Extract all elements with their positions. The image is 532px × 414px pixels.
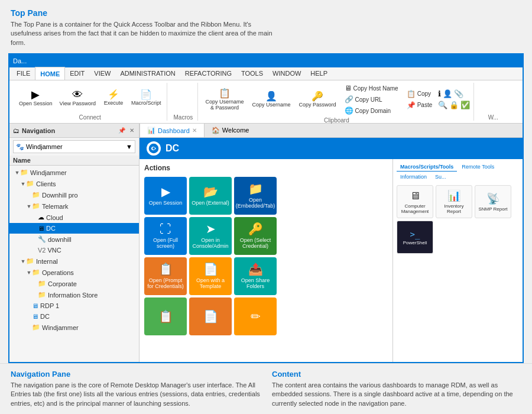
tree-label: DC (40, 313, 50, 320)
action-btn-12[interactable]: ✏ (234, 297, 277, 335)
tab-view[interactable]: VIEW (89, 67, 115, 80)
tab-edit[interactable]: EDIT (65, 67, 89, 80)
snmp-report-tool[interactable]: 📡 SNMP Report (475, 185, 511, 218)
tab-dashboard[interactable]: 📊 Dashboard ✕ (140, 124, 205, 137)
copy-username-password-button[interactable]: 📋 Copy Username& Password (203, 88, 246, 112)
tools-tab-information[interactable]: Information (397, 173, 430, 182)
icon4[interactable]: 🔍 (438, 101, 447, 109)
dashboard-tab-close[interactable]: ✕ (192, 127, 197, 134)
top-pane-description: The Top Pane is a container for the Quic… (11, 20, 283, 47)
tab-home[interactable]: HOME (35, 67, 65, 80)
open-console-action[interactable]: ➤ Open in Console/Admin (189, 217, 232, 255)
tools-tab-su[interactable]: Su... (432, 173, 450, 182)
open-external-action[interactable]: 📂 Open (External) (189, 177, 232, 215)
tab-administration[interactable]: ADMINISTRATION (115, 67, 180, 80)
dashboard-tab-label: Dashboard (158, 127, 190, 134)
expand-icon[interactable]: ▼ (26, 270, 32, 276)
nav-close-button[interactable]: ✕ (128, 127, 135, 134)
tab-refactoring[interactable]: REFACTORING (180, 67, 236, 80)
powershell-tool[interactable]: >_ PowerShell (397, 221, 433, 254)
nav-dropdown[interactable]: 🐾 Windjammer ▼ (13, 140, 135, 153)
icon1[interactable]: ℹ (438, 89, 441, 98)
prompt-action-icon: 📋 (158, 263, 173, 275)
tree-item-telemark[interactable]: ▼ 📁 Telemark (9, 200, 139, 212)
copy-host-name-button[interactable]: 🖥 Copy Host Name (342, 83, 401, 93)
copy-username-button[interactable]: 👤 Copy Username (249, 90, 293, 109)
tree-item-information-store[interactable]: ▶ 📁 Information Store (9, 289, 139, 300)
macro-script-ribbon-button[interactable]: 📄 Macro/Script (129, 89, 164, 107)
tab-file[interactable]: FILE (12, 67, 35, 80)
open-session-action[interactable]: ▶ Open Session (144, 177, 187, 215)
copy-password-button[interactable]: 🔑 Copy Password (297, 90, 339, 109)
tree-item-rdp1[interactable]: ▶ 🖥 RDP 1 (9, 300, 139, 311)
copy-button[interactable]: 📋 Copy (404, 89, 435, 99)
icon2[interactable]: 👤 (443, 89, 452, 98)
tree-item-corporate[interactable]: ▶ 📁 Corporate (9, 278, 139, 289)
tree-item-cloud[interactable]: ▶ ☁ Cloud (9, 212, 139, 223)
nav-header: 🗂 Navigation 📌 ✕ (9, 124, 139, 138)
open-prompt-action[interactable]: 📋 Open (Prompt for Credentials) (144, 257, 187, 295)
tree-item-operations[interactable]: ▼ 📁 Operations (9, 267, 139, 278)
open-select-credential-action[interactable]: 🔑 Open (Select Credential) (234, 217, 277, 255)
tools-tab-remote[interactable]: Remote Tools (458, 163, 498, 172)
inventory-report-tool[interactable]: 📊 Inventory Report (436, 185, 472, 218)
expand-icon[interactable]: ▼ (14, 170, 20, 176)
expand-icon[interactable]: ▼ (20, 181, 26, 187)
tree-label: Clients (36, 180, 56, 187)
tree-item-clients[interactable]: ▼ 📁 Clients (9, 178, 139, 189)
computer-management-tool[interactable]: 🖥 Computer Management (397, 185, 433, 218)
tree-item-windjammer-root[interactable]: ▼ 📁 Windjammer (9, 167, 139, 178)
macro-label: Macro/Script (131, 100, 161, 106)
action-btn-10[interactable]: 📋 (144, 297, 187, 335)
copy-label: Copy (417, 90, 431, 97)
tree-item-dc2[interactable]: ▶ 🖥 DC (9, 311, 139, 322)
tree-label: Cloud (46, 214, 63, 221)
copy-url-button[interactable]: 🔗 Copy URL (342, 94, 401, 105)
tree-label: Telemark (42, 203, 69, 210)
open-template-label: Open with a Template (192, 277, 229, 289)
tab-help[interactable]: HELP (306, 67, 332, 80)
right-icons: ℹ 👤 📎 🔍 🔒 ✅ (438, 89, 470, 109)
action-btn-11[interactable]: 📄 (189, 297, 232, 335)
tree-label: Corporate (48, 280, 77, 287)
view-password-ribbon-button[interactable]: 👁 View Password (57, 88, 98, 108)
tree-item-dc[interactable]: ▶ 🖥 DC (9, 223, 139, 234)
open-prompt-label: Open (Prompt for Credentials) (147, 277, 184, 289)
copy-icon: 📋 (407, 90, 416, 98)
tree-item-downhill-pro[interactable]: ▶ 📁 Downhill pro (9, 189, 139, 200)
open-session-ribbon-button[interactable]: ▶ Open Session (17, 88, 55, 108)
expand-icon[interactable]: ▼ (26, 203, 32, 209)
expand-icon[interactable]: ▼ (20, 258, 26, 264)
open-external-label: Open (External) (192, 200, 229, 206)
paste-label: Paste (417, 102, 433, 108)
open-share-action[interactable]: 📤 Open Share Folders (234, 257, 277, 295)
dc-title: DC (166, 143, 179, 154)
execute-label: Execute (104, 100, 124, 106)
tab-window[interactable]: WINDOW (268, 67, 306, 80)
icon6[interactable]: ✅ (460, 101, 470, 109)
tree-item-vnc[interactable]: ▶ V2 VNC (9, 245, 139, 255)
open-template-action[interactable]: 📄 Open with a Template (189, 257, 232, 295)
copy-domain-button[interactable]: 🌐 Copy Domain (342, 105, 401, 116)
open-embedded-action[interactable]: 📁 Open (Embedded/Tab) (234, 177, 277, 215)
execute-ribbon-button[interactable]: ⚡ Execute (100, 89, 126, 107)
icon3[interactable]: 📎 (454, 89, 463, 98)
expand-icon: ▶ (26, 313, 32, 319)
tree-item-internal[interactable]: ▼ 📁 Internal (9, 255, 139, 267)
tree-label: Windjammer (30, 169, 67, 176)
open-fullscreen-action[interactable]: ⛶ Open (Full screen) (144, 217, 187, 255)
console-action-icon: ➤ (206, 223, 216, 235)
tree-item-downhill[interactable]: ▶ 🔧 downhill (9, 234, 139, 245)
tools-tab-macros[interactable]: Macros/Scripts/Tools (397, 163, 457, 172)
nav-pane-description-col: Navigation Pane The navigation pane is t… (11, 370, 260, 408)
icon5[interactable]: 🔒 (449, 101, 459, 109)
paste-button[interactable]: 📌 Paste (404, 100, 435, 111)
open-console-label: Open in Console/Admin (192, 237, 229, 249)
ribbon-group-connect: ▶ Open Session 👁 View Password ⚡ Execute (13, 83, 167, 121)
paste-icon: 📌 (407, 101, 416, 109)
tab-welcome[interactable]: 🏠 Welcome (205, 124, 257, 137)
nav-pin-button[interactable]: 📌 (117, 127, 126, 134)
tree-item-windjammer2[interactable]: ▶ 📁 Windjammer (9, 322, 139, 333)
tab-tools[interactable]: TOOLS (236, 67, 268, 80)
top-pane-title: Top Pane (11, 8, 521, 18)
